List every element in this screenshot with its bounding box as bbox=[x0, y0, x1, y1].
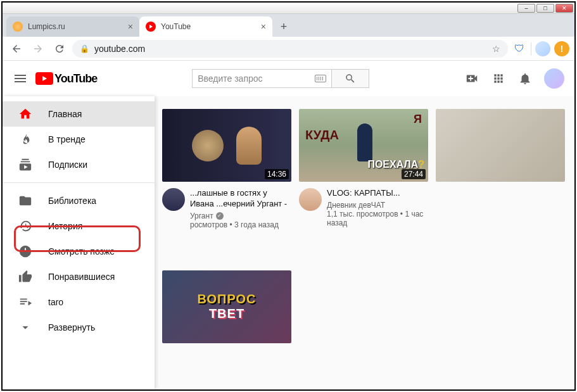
youtube-header: YouTube Введите запрос bbox=[3, 61, 574, 96]
video-grid: 14:36 ...лашные в гостях у Ивана ...ечер… bbox=[155, 96, 574, 389]
new-tab-button[interactable]: + bbox=[275, 18, 293, 35]
sidebar-item-label: Развернуть bbox=[48, 322, 95, 332]
back-button[interactable] bbox=[8, 40, 25, 58]
close-icon[interactable]: × bbox=[261, 22, 266, 32]
window-maximize-button[interactable]: □ bbox=[536, 4, 554, 13]
warning-extension-icon[interactable]: ! bbox=[554, 41, 569, 56]
youtube-logo[interactable]: YouTube bbox=[35, 72, 97, 85]
sidebar-divider bbox=[3, 182, 155, 183]
keyboard-icon[interactable] bbox=[315, 75, 326, 82]
window-titlebar: – □ ✕ bbox=[3, 3, 574, 14]
video-thumbnail[interactable] bbox=[436, 109, 565, 182]
channel-avatar[interactable] bbox=[299, 188, 322, 211]
sidebar-item-label: История bbox=[48, 221, 82, 231]
sidebar-item-label: В тренде bbox=[48, 134, 86, 144]
sidebar-item-label: Подписки bbox=[48, 160, 87, 170]
tab-title: Lumpics.ru bbox=[28, 22, 123, 31]
window-close-button[interactable]: ✕ bbox=[555, 4, 573, 13]
youtube-favicon bbox=[146, 22, 156, 32]
clock-icon bbox=[18, 244, 33, 259]
video-duration: 27:44 bbox=[402, 169, 426, 179]
tab-lumpics[interactable]: Lumpics.ru × bbox=[6, 16, 139, 37]
sidebar-item-label: taro bbox=[48, 297, 63, 307]
sidebar-item-watch-later[interactable]: Смотреть позже bbox=[3, 239, 155, 264]
sidebar-item-library[interactable]: Библиотека bbox=[3, 188, 155, 213]
subscriptions-icon bbox=[18, 157, 33, 172]
create-video-icon[interactable] bbox=[464, 71, 479, 86]
shield-extension-icon[interactable]: 🛡 bbox=[512, 41, 527, 56]
url-text: youtube.com bbox=[94, 44, 487, 54]
history-icon bbox=[18, 218, 33, 234]
apps-grid-icon[interactable] bbox=[491, 71, 506, 86]
video-card[interactable]: ВОПРОС TBET bbox=[162, 270, 291, 377]
sidebar-item-label: Понравившиеся bbox=[48, 272, 115, 282]
video-title: ...лашные в гостях у Ивана ...ечерний Ур… bbox=[190, 188, 291, 210]
hamburger-menu-icon[interactable] bbox=[13, 71, 28, 86]
sidebar: Главная В тренде Подписки Библиотека Ист… bbox=[3, 96, 155, 389]
video-thumbnail[interactable]: Я КУДА ПОЕХАЛА? 27:44 bbox=[299, 109, 428, 182]
sidebar-item-label: Смотреть позже bbox=[48, 246, 115, 256]
video-card[interactable] bbox=[436, 109, 565, 263]
forward-button[interactable] bbox=[29, 40, 47, 58]
thumbs-up-icon bbox=[18, 269, 33, 284]
sidebar-item-history[interactable]: История bbox=[3, 213, 155, 239]
sidebar-item-liked[interactable]: Понравившиеся bbox=[3, 264, 155, 289]
browser-toolbar: 🔒 youtube.com ☆ 🛡 ! bbox=[3, 37, 574, 61]
video-stats: 1,1 тыс. просмотров • 1 час назад bbox=[327, 210, 428, 227]
video-card[interactable]: 14:36 ...лашные в гостях у Ивана ...ечер… bbox=[162, 109, 291, 263]
profile-avatar-icon[interactable] bbox=[535, 41, 550, 56]
video-channel[interactable]: Дневник девЧАТ bbox=[327, 201, 428, 210]
fire-icon bbox=[18, 132, 33, 147]
sidebar-item-playlist-taro[interactable]: taro bbox=[3, 289, 155, 315]
reload-button[interactable] bbox=[51, 40, 68, 58]
video-thumbnail[interactable]: ВОПРОС TBET bbox=[162, 270, 291, 343]
address-bar[interactable]: 🔒 youtube.com ☆ bbox=[72, 40, 508, 58]
sidebar-item-subscriptions[interactable]: Подписки bbox=[3, 152, 155, 177]
playlist-icon bbox=[18, 294, 33, 310]
video-thumbnail[interactable]: 14:36 bbox=[162, 109, 291, 182]
search-input[interactable]: Введите запрос bbox=[192, 69, 331, 88]
user-avatar[interactable] bbox=[544, 68, 564, 89]
video-title: VLOG: КАРПАТЫ... bbox=[327, 188, 428, 199]
video-channel[interactable]: Ургант ✓ bbox=[190, 212, 291, 220]
sidebar-item-home[interactable]: Главная bbox=[3, 101, 155, 127]
youtube-play-icon bbox=[35, 72, 53, 85]
channel-avatar[interactable] bbox=[162, 188, 185, 211]
video-duration: 14:36 bbox=[265, 169, 289, 179]
youtube-logo-text: YouTube bbox=[54, 72, 97, 85]
browser-tab-strip: Lumpics.ru × YouTube × + bbox=[3, 14, 574, 37]
video-card[interactable]: Я КУДА ПОЕХАЛА? 27:44 VLOG: КАРПАТЫ... Д… bbox=[299, 109, 428, 263]
window-minimize-button[interactable]: – bbox=[517, 4, 535, 13]
sidebar-item-label: Библиотека bbox=[48, 196, 96, 206]
tab-youtube[interactable]: YouTube × bbox=[139, 16, 272, 37]
video-stats: росмотров • 3 года назад bbox=[190, 220, 291, 229]
lumpics-favicon bbox=[13, 22, 23, 32]
home-icon bbox=[18, 106, 33, 122]
sidebar-item-trending[interactable]: В тренде bbox=[3, 127, 155, 152]
verified-badge-icon: ✓ bbox=[216, 212, 224, 220]
folder-icon bbox=[18, 193, 33, 208]
chevron-down-icon bbox=[18, 320, 33, 335]
search-button[interactable] bbox=[331, 69, 369, 88]
lock-icon: 🔒 bbox=[80, 44, 89, 53]
bookmark-star-icon[interactable]: ☆ bbox=[492, 44, 500, 54]
close-icon[interactable]: × bbox=[128, 22, 133, 32]
sidebar-item-label: Главная bbox=[48, 109, 82, 119]
tab-title: YouTube bbox=[161, 22, 256, 31]
divider bbox=[531, 42, 531, 55]
sidebar-item-expand[interactable]: Развернуть bbox=[3, 315, 155, 340]
notifications-bell-icon[interactable] bbox=[517, 71, 533, 86]
